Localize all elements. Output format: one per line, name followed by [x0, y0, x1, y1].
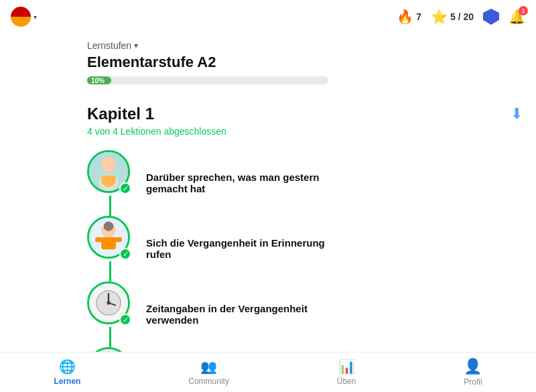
lesson-item[interactable]: ✓ Sprachkompetenz entwickeln: [87, 347, 287, 352]
progress-bar-container: 10%: [87, 76, 328, 84]
kapitel-subtitle: 4 von 4 Lektionen abgeschlossen: [87, 126, 523, 137]
lesson-connector-3: ✓: [87, 281, 133, 347]
profil-label: Profil: [464, 377, 482, 387]
notification-bell[interactable]: 🔔 1: [509, 9, 525, 25]
community-label: Community: [188, 377, 229, 386]
star-icon: ⭐: [431, 9, 448, 25]
kapitel-title: Kapitel 1: [87, 105, 154, 123]
svg-point-8: [104, 221, 114, 231]
lesson-text-3: Zeitangaben in der Vergangenheit verwend…: [146, 303, 347, 326]
shield-badge[interactable]: [483, 9, 499, 25]
score-count: 5 / 20: [450, 11, 474, 22]
lesson-avatar-wrapper-1: ✓: [87, 150, 133, 196]
kapitel-header: Kapitel 1 ⬇: [87, 105, 523, 123]
notification-badge: 1: [519, 6, 528, 15]
streak-counter[interactable]: 🔥 7: [397, 9, 421, 25]
lernstufen-label: Lernstufen: [87, 40, 131, 51]
nav-uben[interactable]: 📊 Üben: [324, 356, 370, 389]
svg-rect-6: [95, 237, 103, 242]
lernstufen-header[interactable]: Lernstufen ▾: [87, 40, 523, 51]
lesson-connector-1: ✓: [87, 150, 133, 216]
vertical-line-2: [109, 261, 111, 281]
lernstufen-chevron: ▾: [134, 41, 138, 50]
nav-lernen[interactable]: 🌐 Lernen: [40, 356, 94, 389]
lesson-item[interactable]: ✓ Zeitangaben in der Vergangenheit verwe…: [87, 281, 347, 347]
lesson-avatar-wrapper-2: ✓: [87, 216, 133, 261]
lernen-icon: 🌐: [59, 358, 76, 375]
bottom-nav: 🌐 Lernen 👥 Community 📊 Üben 👤 Profil: [0, 352, 536, 392]
lesson-text-1: Darüber sprechen, was man gestern gemach…: [146, 172, 347, 194]
lesson-avatar-wrapper-4: ✓: [87, 347, 133, 352]
lesson-item[interactable]: ✓ Darüber sprechen, was man gestern gema…: [87, 150, 347, 216]
top-icons: 🔥 7 ⭐ 5 / 20 🔔 1: [397, 9, 525, 25]
vertical-line-3: [109, 327, 111, 347]
uben-label: Üben: [337, 377, 356, 386]
svg-point-1: [101, 157, 116, 172]
shield-icon: [483, 9, 499, 25]
streak-count: 7: [416, 11, 421, 22]
chevron-down-icon: ▾: [34, 13, 37, 21]
score-counter[interactable]: ⭐ 5 / 20: [431, 9, 474, 25]
nav-profil[interactable]: 👤 Profil: [450, 355, 495, 389]
lesson-avatar-4: [87, 347, 130, 352]
level-title: Elementarstufe A2: [87, 54, 523, 71]
progress-bar-fill: 10%: [87, 76, 111, 84]
download-icon[interactable]: ⬇: [511, 105, 523, 123]
lernen-label: Lernen: [54, 377, 80, 386]
top-bar: ▾ 🔥 7 ⭐ 5 / 20 🔔 1: [0, 0, 536, 34]
check-badge-3: ✓: [119, 314, 131, 326]
nav-community[interactable]: 👥 Community: [175, 356, 243, 389]
svg-rect-7: [115, 237, 122, 242]
lesson-item[interactable]: ✓ Sich die Vergangenheit in Erinnerung r…: [87, 216, 347, 281]
vertical-line-1: [109, 196, 111, 216]
flame-icon: 🔥: [397, 9, 413, 25]
main-content: Lernstufen ▾ Elementarstufe A2 10% Kapit…: [0, 34, 536, 352]
svg-rect-5: [101, 237, 116, 249]
lesson-connector-2: ✓: [87, 216, 133, 281]
uben-icon: 📊: [338, 358, 355, 375]
lesson-avatar-wrapper-3: ✓: [87, 281, 133, 327]
flag-icon: [11, 7, 31, 27]
check-badge-2: ✓: [119, 248, 131, 260]
lesson-connector-4: ✓: [87, 347, 133, 352]
lesson-text-2: Sich die Vergangenheit in Erinnerung ruf…: [146, 237, 347, 260]
community-icon: 👥: [200, 358, 217, 375]
flag-selector[interactable]: ▾: [11, 7, 37, 27]
progress-label: 10%: [87, 77, 105, 84]
profil-avatar: 👤: [464, 358, 482, 375]
check-badge-1: ✓: [119, 182, 131, 194]
lessons-list: ✓ Darüber sprechen, was man gestern gema…: [87, 150, 523, 352]
